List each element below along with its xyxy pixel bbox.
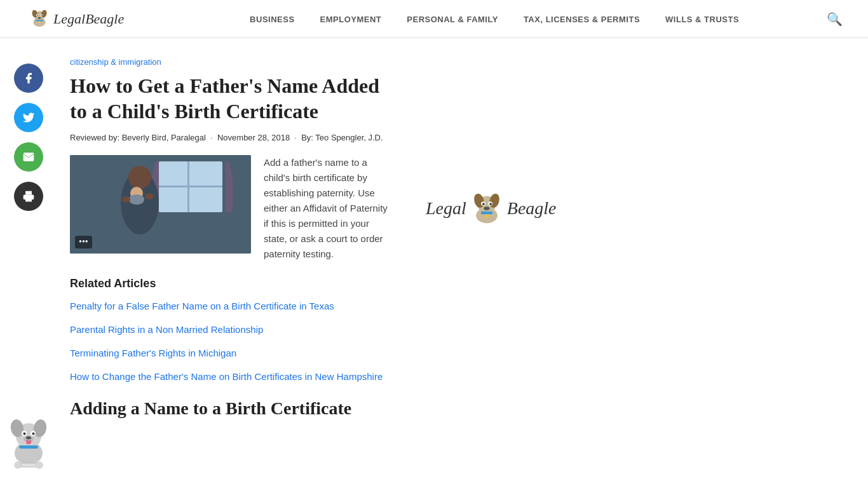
related-articles-title: Related Articles bbox=[70, 277, 388, 290]
article-image-block: ••• Add a father's name to a child's bir… bbox=[70, 155, 388, 262]
site-logo[interactable]: Legal Beagle bbox=[25, 8, 124, 30]
svg-point-7 bbox=[41, 15, 43, 16]
svg-rect-9 bbox=[36, 20, 43, 21]
svg-point-34 bbox=[128, 166, 151, 189]
svg-rect-23 bbox=[19, 445, 38, 449]
related-articles-section: Related Articles Penalty for a False Fat… bbox=[70, 277, 388, 383]
logo-dog-icon bbox=[28, 8, 51, 30]
svg-point-47 bbox=[484, 207, 489, 210]
twitter-icon bbox=[22, 111, 35, 124]
svg-rect-48 bbox=[480, 212, 492, 215]
article-meta: Reviewed by: Beverly Bird, Paralegal · N… bbox=[70, 133, 388, 142]
svg-point-37 bbox=[121, 196, 130, 203]
nav-tax[interactable]: TAX, LICENSES & PERMITS bbox=[524, 15, 640, 24]
list-item: Penalty for a False Father Name on a Bir… bbox=[70, 299, 388, 313]
svg-point-21 bbox=[26, 437, 31, 440]
category-link[interactable]: citizenship & immigration bbox=[70, 57, 388, 67]
nav-business[interactable]: BUSINESS bbox=[250, 15, 294, 24]
print-icon bbox=[22, 190, 35, 203]
lb-logo-large: Legal Beagle bbox=[426, 191, 585, 226]
svg-point-46 bbox=[489, 203, 492, 205]
lb-logo-text-beagle: Beagle bbox=[507, 198, 557, 219]
publish-date: November 28, 2018 bbox=[217, 133, 290, 142]
lb-logo-text-legal: Legal bbox=[426, 198, 466, 219]
svg-rect-11 bbox=[25, 198, 32, 202]
nav-employment[interactable]: EMPLOYMENT bbox=[320, 15, 382, 24]
nav-links: BUSINESS EMPLOYMENT PERSONAL & FAMILY TA… bbox=[162, 13, 827, 25]
svg-point-10 bbox=[39, 21, 41, 23]
related-article-link-4[interactable]: How to Change the Father's Name on Birth… bbox=[70, 371, 383, 382]
main-content: citizenship & immigration How to Get a F… bbox=[57, 38, 413, 471]
svg-point-6 bbox=[37, 15, 38, 16]
related-article-link-3[interactable]: Terminating Father's Rights in Michigan bbox=[70, 348, 236, 358]
nav-personal-family[interactable]: PERSONAL & FAMILY bbox=[407, 15, 498, 24]
email-icon bbox=[22, 151, 35, 163]
list-item: How to Change the Father's Name on Birth… bbox=[70, 370, 388, 383]
section-heading: Adding a Name to a Birth Certificate bbox=[70, 398, 388, 419]
svg-point-28 bbox=[37, 463, 41, 467]
logo-text-2: Beagle bbox=[85, 11, 124, 27]
email-share-button[interactable] bbox=[14, 142, 43, 172]
lb-logo-dog-icon bbox=[469, 191, 505, 226]
social-sidebar bbox=[0, 38, 57, 471]
related-article-link-2[interactable]: Parental Rights in a Non Married Relatio… bbox=[70, 324, 263, 335]
right-sidebar: Legal Beagle bbox=[413, 38, 604, 471]
article-image: ••• bbox=[70, 155, 251, 254]
print-button[interactable] bbox=[14, 182, 43, 211]
svg-point-22 bbox=[26, 440, 31, 444]
author: By: Teo Spengler, J.D. bbox=[301, 133, 383, 142]
twitter-share-button[interactable] bbox=[14, 103, 43, 132]
list-item: Parental Rights in a Non Married Relatio… bbox=[70, 323, 388, 336]
related-articles-list: Penalty for a False Father Name on a Bir… bbox=[70, 299, 388, 383]
svg-point-49 bbox=[485, 214, 489, 218]
svg-point-8 bbox=[38, 17, 41, 18]
svg-point-27 bbox=[16, 463, 20, 467]
search-icon[interactable]: 🔍 bbox=[827, 11, 843, 27]
facebook-icon bbox=[22, 72, 35, 85]
article-title: How to Get a Father's Name Added to a Ch… bbox=[70, 73, 388, 124]
nav-wills[interactable]: WILLS & TRUSTS bbox=[665, 15, 739, 24]
image-dots: ••• bbox=[75, 236, 92, 248]
main-nav: Legal Beagle BUSINESS EMPLOYMENT PERSONA… bbox=[0, 0, 868, 38]
svg-point-38 bbox=[145, 193, 154, 200]
facebook-share-button[interactable] bbox=[14, 64, 43, 93]
svg-point-18 bbox=[24, 433, 26, 435]
related-article-link-1[interactable]: Penalty for a False Father Name on a Bir… bbox=[70, 301, 334, 311]
svg-rect-32 bbox=[159, 186, 222, 187]
svg-point-36 bbox=[129, 194, 144, 205]
list-item: Terminating Father's Rights in Michigan bbox=[70, 346, 388, 360]
sidebar-dog-illustration bbox=[3, 412, 54, 471]
page-wrapper: citizenship & immigration How to Get a F… bbox=[0, 38, 868, 471]
logo-text-1: Legal bbox=[53, 11, 85, 27]
reviewed-by: Reviewed by: Beverly Bird, Paralegal bbox=[70, 133, 206, 142]
svg-point-19 bbox=[32, 433, 35, 435]
svg-point-45 bbox=[482, 203, 485, 205]
article-summary: Add a father's name to a child's birth c… bbox=[264, 155, 388, 262]
